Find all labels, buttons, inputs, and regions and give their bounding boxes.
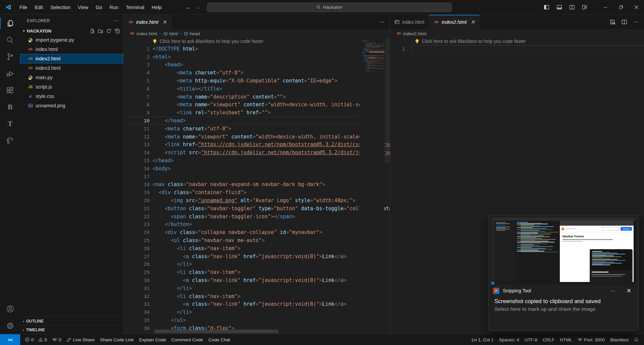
source-control-icon[interactable]	[0, 48, 20, 65]
code-line-20[interactable]: 20 <img src="unnamed.png" alt="Avatar Lo…	[123, 196, 390, 205]
code-line-27[interactable]: 27 <a class="nav-link" href="javascript:…	[123, 252, 390, 261]
breadcrumb-item[interactable]: html	[163, 31, 178, 36]
breadcrumb-item[interactable]: <>index.html	[129, 31, 157, 36]
file-row-index2-html[interactable]: <>index2.html	[20, 54, 123, 63]
code-line-34[interactable]: 34 </li>	[123, 308, 390, 316]
close-tab-icon[interactable]: ✕	[471, 19, 475, 25]
refresh-icon[interactable]	[106, 28, 111, 34]
restore-button[interactable]	[613, 0, 629, 15]
split-editor-icon[interactable]	[622, 19, 627, 25]
run-debug-icon[interactable]	[0, 65, 20, 82]
status-bell[interactable]	[631, 334, 641, 345]
blackbox-hint-right[interactable]: Click here to ask Blackbox to help you c…	[390, 38, 644, 45]
minimap[interactable]: <!DOCTYPE html><html> <head> <meta chars…	[360, 38, 384, 334]
search-sidebar-icon[interactable]	[0, 32, 20, 48]
customize-layout-icon[interactable]	[582, 4, 588, 10]
breadcrumbs-left[interactable]: <>index.html›html›head	[123, 30, 390, 38]
vertical-scrollbar[interactable]	[385, 38, 390, 334]
blackbox-icon[interactable]: B	[0, 99, 20, 115]
breadcrumbs-right[interactable]: <> index2.html	[390, 30, 644, 38]
thunder-client-icon[interactable]: T	[0, 115, 20, 132]
status-port-3000[interactable]: Port: 3000	[575, 334, 607, 345]
file-row-style-css[interactable]: #style.css	[20, 92, 123, 101]
blackbox-inline-input[interactable]	[412, 45, 644, 53]
editor-more-actions[interactable]: ⋯	[379, 19, 384, 25]
toggle-secondary-sidebar-icon[interactable]	[569, 4, 575, 10]
explorer-more-actions[interactable]: ⋯	[113, 18, 118, 24]
file-row-import-pygame-py[interactable]: import pygame.py	[20, 35, 123, 45]
file-row-main-py[interactable]: main.py	[20, 73, 123, 82]
menu-selection[interactable]: Selection	[47, 3, 74, 12]
status-blackbox[interactable]: Blackbox	[607, 334, 631, 345]
code-line-2[interactable]: 2<html>	[123, 53, 390, 61]
code-line-32[interactable]: 32 <li class="nav-item">	[123, 292, 390, 300]
code-line-11[interactable]: 11 <meta charset="utf-8">	[123, 125, 390, 133]
code-line-7[interactable]: 7 <meta name="description" content="">	[123, 93, 390, 101]
code-line-10[interactable]: 10 </head>	[123, 117, 390, 125]
code-line-9[interactable]: 9 <link rel="stylesheet" href="">	[123, 109, 390, 117]
status-html[interactable]: HTML	[557, 334, 575, 345]
code-line-31[interactable]: 31 </li>	[123, 284, 390, 292]
tab-index2-html[interactable]: <>index2.html✕	[429, 15, 480, 30]
minimize-button[interactable]	[598, 0, 613, 15]
status-live-share[interactable]: Live Share	[64, 334, 98, 345]
menu-view[interactable]: View	[74, 3, 92, 12]
command-center-search[interactable]: Hackaton	[207, 3, 452, 12]
code-line-22[interactable]: 22 <span class="navbar-toggler-icon"></s…	[123, 213, 390, 221]
code-line-15[interactable]: 15</head>	[123, 157, 390, 165]
close-window-button[interactable]	[629, 0, 644, 15]
code-line-14[interactable]: 14 <script src="https://cdn.jsdelivr.net…	[123, 149, 390, 157]
status-explain-code[interactable]: Explain Code	[137, 334, 169, 345]
notification-more-icon[interactable]: ⋯	[606, 288, 621, 293]
timeline-section[interactable]: › TIMELINE	[20, 325, 123, 334]
file-row-script-js[interactable]: JSscript.js	[20, 82, 123, 92]
new-file-icon[interactable]	[90, 28, 95, 34]
code-line-29[interactable]: 29 <li class="nav-item">	[123, 268, 390, 276]
code-line-23[interactable]: 23 </button>	[123, 221, 390, 229]
status-comment-code[interactable]: Comment Code	[169, 334, 206, 345]
horizontal-scrollbar[interactable]	[154, 330, 278, 333]
status-share-code-link[interactable]: Share Code Link	[97, 334, 137, 345]
code-line-26[interactable]: 26 <li class="nav-item">	[123, 244, 390, 252]
new-folder-icon[interactable]	[98, 28, 103, 34]
code-line-18[interactable]: 18<nav class="navbar navbar-expand-sm na…	[123, 181, 390, 189]
tab-index-html[interactable]: index.html	[390, 15, 429, 29]
menu-go[interactable]: Go	[92, 3, 106, 12]
code-line-3[interactable]: 3 <head>	[123, 61, 390, 69]
file-row-index-html[interactable]: <>index.html	[20, 45, 123, 54]
code-line-6[interactable]: 6 <title></title>	[123, 85, 390, 93]
status-0[interactable]: 0	[50, 334, 64, 345]
history-back-button[interactable]: ←	[185, 4, 192, 11]
menu-run[interactable]: Run	[106, 3, 122, 12]
toggle-panel-icon[interactable]	[556, 4, 562, 10]
menu-edit[interactable]: Edit	[31, 3, 47, 12]
snipping-tool-notification[interactable]: SearchNavbar Forms ✂ Snipping Tool ⋯ ✕ S…	[488, 215, 639, 331]
code-line-12[interactable]: 12 <meta name="viewport" content="width=…	[123, 133, 390, 141]
editor-more-actions[interactable]: ⋯	[633, 19, 639, 25]
blackbox-hint-left[interactable]: Click here to ask Blackbox to help you c…	[123, 38, 390, 45]
code-line-empty[interactable]: 1	[390, 45, 644, 53]
tab-index-html-left[interactable]: <> index.html ✕	[123, 15, 171, 30]
code-line-25[interactable]: 25 <ul class="navbar-nav me-auto">	[123, 236, 390, 244]
code-line-19[interactable]: 19 <div class="container-fluid">	[123, 188, 390, 196]
extensions-icon[interactable]	[0, 82, 20, 99]
settings-gear-icon[interactable]	[0, 317, 20, 334]
code-area-left[interactable]: Click here to ask Blackbox to help you c…	[123, 38, 390, 334]
history-forward-button[interactable]: →	[195, 4, 201, 11]
menu-help[interactable]: Help	[148, 3, 165, 12]
toggle-sidebar-icon[interactable]	[544, 4, 549, 10]
folder-header[interactable]: ▼ HACKATON	[20, 26, 123, 35]
status-spaces-4[interactable]: Spaces: 4	[496, 334, 522, 345]
outline-section[interactable]: › OUTLINE	[20, 317, 123, 325]
live-share-icon[interactable]	[0, 132, 20, 149]
code-line-35[interactable]: 35 </ul>	[123, 316, 390, 324]
collapse-folders-icon[interactable]	[115, 28, 120, 34]
status-code-chat[interactable]: Code Chat	[206, 334, 233, 345]
status-0[interactable]: 00	[22, 334, 50, 345]
code-line-17[interactable]: 17	[123, 173, 390, 181]
code-line-33[interactable]: 33 <a class="nav-link" href="javascript:…	[123, 300, 390, 308]
code-line-21[interactable]: 21 <button class="navbar-toggler" type="…	[123, 205, 390, 213]
file-row-index3-html[interactable]: <>index3.html	[20, 63, 123, 73]
explorer-icon[interactable]	[0, 15, 20, 32]
breadcrumb-item[interactable]: index2.html	[403, 31, 426, 36]
